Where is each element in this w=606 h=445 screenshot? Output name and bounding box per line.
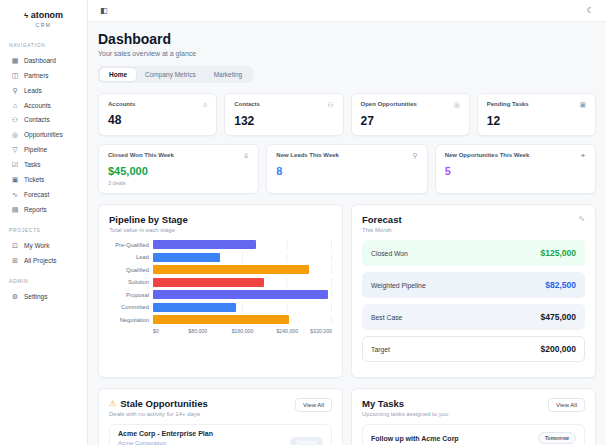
sidebar-item[interactable]: ▽ Pipeline <box>9 142 78 157</box>
sidebar-item-icon: ⚙ <box>11 293 19 301</box>
tab[interactable]: Marketing <box>205 68 252 81</box>
task-name: Follow up with Acme Corp <box>371 435 459 442</box>
stat-cards-row: Accounts ⌂ 48 Contacts ⚇ 132 Open Oppo <box>98 93 596 136</box>
sidebar-item-icon: ∿ <box>11 191 19 199</box>
sidebar-item-label: Tasks <box>24 161 41 168</box>
chart-category-label: Proposal <box>109 292 153 298</box>
stat-card: Contacts ⚇ 132 <box>224 93 343 136</box>
sidebar-item-label: All Projects <box>24 257 57 264</box>
sidebar-item[interactable]: ∿ Forecast <box>9 187 78 202</box>
sidebar-toggle-icon[interactable]: ◧ <box>100 6 108 15</box>
chart-bar <box>153 290 328 299</box>
sidebar-item[interactable]: ⌂ Accounts <box>9 98 78 112</box>
sidebar-item[interactable]: ⊞ All Projects <box>9 253 78 268</box>
sidebar-item-label: Accounts <box>24 102 51 109</box>
sidebar-item-icon: ⌂ <box>11 102 19 109</box>
chart-track <box>153 240 332 249</box>
sidebar-item-icon: ⚇ <box>11 116 19 124</box>
due-badge: Tomorrow <box>538 432 576 444</box>
chart-track <box>153 278 332 287</box>
forecast-row: Best Case $475,000 <box>362 304 585 330</box>
sidebar-item[interactable]: ◫ Partners <box>9 68 78 83</box>
sidebar-item[interactable]: ▣ Tickets <box>9 172 78 187</box>
stale-view-all-button[interactable]: View All <box>295 398 332 412</box>
pipeline-panel: Pipeline by Stage Total value in each st… <box>98 204 343 378</box>
task-row[interactable]: Follow up with Acme Corp Tomorrow <box>362 424 585 445</box>
sidebar-item[interactable]: ☑ Tasks <box>9 157 78 172</box>
stat-card-label: Open Opportunities <box>361 101 417 107</box>
pipeline-chart: Pre-QualifiedLeadQualifiedSolutionPropos… <box>109 240 332 324</box>
stat-card-value: 132 <box>234 114 333 128</box>
stale-subtitle: Deals with no activity for 14+ days <box>109 411 208 417</box>
chart-bar <box>153 315 289 324</box>
topbar: ◧ ☾ <box>88 0 606 22</box>
pipeline-title: Pipeline by Stage <box>109 214 188 225</box>
sidebar-item[interactable]: ⚲ Leads <box>9 83 78 98</box>
forecast-subtitle: This Month <box>362 227 402 233</box>
warning-icon: ⚠ <box>109 399 116 408</box>
sidebar-item-label: Settings <box>24 293 48 300</box>
stat-card-label: Pending Tasks <box>487 101 529 107</box>
sidebar-item[interactable]: ▤ Reports <box>9 202 78 217</box>
tab[interactable]: Home <box>100 68 136 81</box>
tab[interactable]: Company Metrics <box>136 68 205 81</box>
chart-bar <box>153 240 256 249</box>
sidebar-item[interactable]: ⚙ Settings <box>9 289 78 304</box>
chart-category-label: Pre-Qualified <box>109 242 153 248</box>
highlight-card-label: New Opportunities This Week <box>445 152 530 158</box>
forecast-row-value: $125,000 <box>541 248 576 258</box>
app-logo[interactable]: ϟ atonom CRM <box>0 10 87 28</box>
my-tasks-panel: My Tasks Upcoming tasks assigned to you … <box>351 388 596 445</box>
chart-bar <box>153 253 220 262</box>
app-subtitle: CRM <box>0 22 87 28</box>
sidebar-item-label: Forecast <box>24 191 49 198</box>
sidebar-item-label: Contacts <box>24 116 50 123</box>
highlight-card: New Opportunities This Week ✦ 5 <box>435 144 596 194</box>
highlight-card-label: Closed Won This Week <box>108 152 174 158</box>
stat-card-value: 48 <box>108 113 207 127</box>
sidebar-item-label: Pipeline <box>24 146 47 153</box>
sidebar-item-icon: ▽ <box>11 146 19 154</box>
stat-card-icon: ▣ <box>579 101 586 109</box>
forecast-panel: Forecast This Month ∿ Closed Won $125,00… <box>351 204 596 378</box>
highlight-cards-row: Closed Won This Week ♕ $45,000 3 deals N… <box>98 144 596 194</box>
forecast-title: Forecast <box>362 214 402 225</box>
app-name: atonom <box>31 10 64 20</box>
sidebar-section-label: Admin <box>9 278 78 284</box>
chart-bar <box>153 278 264 287</box>
tasks-view-all-button[interactable]: View All <box>548 398 585 412</box>
stat-card-icon: ◎ <box>454 101 460 109</box>
forecast-row-label: Target <box>371 346 390 353</box>
sidebar-section: Admin ⚙ Settings <box>0 278 87 304</box>
middle-row: Pipeline by Stage Total value in each st… <box>98 204 596 378</box>
highlight-card-icon: ✦ <box>580 152 586 160</box>
highlight-card-value: $45,000 <box>108 165 249 177</box>
forecast-row: Target $200,000 <box>362 336 585 362</box>
highlight-card: Closed Won This Week ♕ $45,000 3 deals <box>98 144 259 194</box>
sidebar-item-icon: ⚲ <box>11 87 19 95</box>
logo-mark-icon: ϟ <box>24 11 28 20</box>
chart-category-label: Committed <box>109 304 153 310</box>
sidebar-item[interactable]: ◎ Opportunities <box>9 127 78 142</box>
trend-icon: ∿ <box>578 214 585 223</box>
chart-track <box>153 315 332 324</box>
highlight-card-value: 5 <box>445 165 586 177</box>
stale-title: Stale Opportunities <box>120 398 208 409</box>
chart-category-label: Negotiation <box>109 317 153 323</box>
forecast-row-value: $200,000 <box>541 344 576 354</box>
sidebar-item[interactable]: ⚇ Contacts <box>9 112 78 127</box>
chart-track <box>153 265 332 274</box>
forecast-row-label: Weighted Pipeline <box>371 282 426 289</box>
stale-opportunity-row[interactable]: Acme Corp - Enterprise Plan Acme Corpora… <box>109 424 332 445</box>
sidebar-item[interactable]: ▦ Dashboard <box>9 53 78 68</box>
pipeline-xticks: $0$80,000$160,000$240,000$320,000 <box>153 328 332 336</box>
forecast-row-value: $82,500 <box>545 280 576 290</box>
sidebar-item-label: Reports <box>24 206 47 213</box>
page-title: Dashboard <box>98 31 596 47</box>
dark-mode-icon[interactable]: ☾ <box>587 6 594 15</box>
highlight-card-icon: ♕ <box>243 152 249 160</box>
chart-x-tick: $320,000 <box>310 328 332 334</box>
stat-card-value: 12 <box>487 114 586 128</box>
stat-card-label: Contacts <box>234 101 260 107</box>
sidebar-item[interactable]: ⊡ My Work <box>9 238 78 253</box>
